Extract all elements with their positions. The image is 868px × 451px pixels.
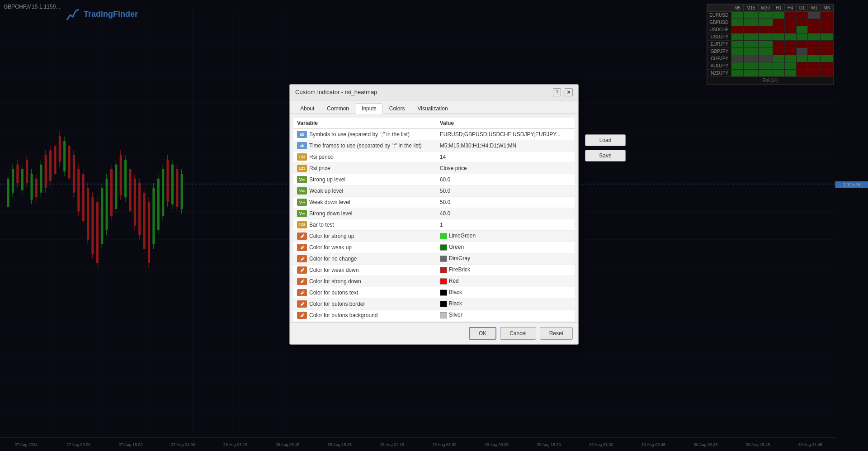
type-badge-2: 123 — [297, 153, 307, 161]
tab-visualization[interactable]: Visualization — [411, 103, 453, 114]
table-row: 🖌Color for strong upLimeGreen — [293, 230, 575, 242]
variable-label-8: Bar to test — [309, 222, 334, 228]
variable-label-0: Symbols to use (separetd by ";" in the l… — [309, 131, 410, 138]
variable-cell-1: abTime frames to use (separated by ":" i… — [293, 140, 436, 151]
type-badge-8: 123 — [297, 221, 307, 228]
dialog-tabs: About Common Inputs Colors Visualization — [290, 100, 578, 114]
help-button[interactable]: ? — [553, 88, 561, 96]
value-cell-11[interactable]: DimGray — [436, 253, 575, 264]
tab-colors[interactable]: Colors — [383, 103, 411, 114]
tab-common[interactable]: Common — [321, 103, 355, 114]
type-badge-15: 🖌 — [297, 300, 307, 308]
value-cell-2: 14 — [436, 151, 575, 162]
table-row: V∞Weak up level50.0 — [293, 185, 575, 196]
cancel-button[interactable]: Cancel — [500, 327, 536, 340]
variable-label-6: Weak down level — [309, 199, 350, 205]
type-badge-12: 🖌 — [297, 266, 307, 274]
reset-button[interactable]: Reset — [540, 327, 573, 340]
variable-label-13: Color for strong down — [309, 278, 361, 285]
value-cell-13[interactable]: Red — [436, 275, 575, 287]
color-swatch-9 — [440, 233, 447, 239]
type-badge-14: 🖌 — [297, 289, 307, 296]
variable-cell-0: abSymbols to use (separetd by ";" in the… — [293, 128, 436, 140]
type-badge-6: V∞ — [297, 199, 307, 206]
color-swatch-10 — [440, 244, 447, 251]
color-swatch-14 — [440, 290, 447, 296]
table-row: 🖌Color for strong downRed — [293, 275, 575, 287]
table-row: abTime frames to use (separated by ":" i… — [293, 140, 575, 151]
color-swatch-12 — [440, 267, 447, 273]
table-row: 🖌Color for no changeDimGray — [293, 253, 575, 264]
type-badge-3: 123 — [297, 165, 307, 172]
variable-cell-11: 🖌Color for no change — [293, 253, 436, 264]
type-badge-16: 🖌 — [297, 312, 307, 319]
variable-cell-7: V∞Strong down level — [293, 208, 436, 219]
variable-cell-12: 🖌Color for weak down — [293, 264, 436, 275]
table-row: 🖌Color for butons borderBlack — [293, 298, 575, 309]
color-swatch-11 — [440, 256, 447, 262]
save-button[interactable]: Save — [585, 150, 626, 161]
variable-label-1: Time frames to use (separated by ":" in … — [309, 142, 422, 149]
variable-cell-8: 123Bar to test — [293, 219, 436, 230]
tab-about[interactable]: About — [294, 103, 320, 114]
dialog-overlay: Custom Indicator - rsi_heatmap ? × About… — [0, 0, 868, 451]
table-row: 🖌Color for weak downFireBrick — [293, 264, 575, 275]
variable-cell-15: 🖌Color for butons border — [293, 298, 436, 309]
variable-label-15: Color for butons border — [309, 301, 365, 307]
value-cell-14[interactable]: Black — [436, 287, 575, 298]
dialog-title: Custom Indicator - rsi_heatmap — [295, 89, 377, 95]
value-cell-12[interactable]: FireBrick — [436, 264, 575, 275]
variable-cell-10: 🖌Color for weak up — [293, 242, 436, 253]
variable-cell-5: V∞Weak up level — [293, 185, 436, 196]
value-cell-15[interactable]: Black — [436, 298, 575, 309]
variable-label-14: Color for butons text — [309, 290, 358, 296]
variable-cell-13: 🖌Color for strong down — [293, 275, 436, 287]
value-cell-1: M5;M15;M30;H1;H4;D1;W1;MN — [436, 140, 575, 151]
type-badge-11: 🖌 — [297, 255, 307, 262]
type-badge-5: V∞ — [297, 187, 307, 195]
color-swatch-15 — [440, 301, 447, 307]
col-variable: Variable — [293, 118, 436, 129]
color-swatch-13 — [440, 278, 447, 285]
tab-inputs[interactable]: Inputs — [356, 103, 382, 114]
color-swatch-16 — [440, 312, 447, 318]
inputs-table: Variable Value abSymbols to use (separet… — [293, 118, 575, 322]
dialog: Custom Indicator - rsi_heatmap ? × About… — [289, 84, 579, 345]
value-cell-4: 60.0 — [436, 174, 575, 185]
variable-cell-2: 123Rsi period — [293, 151, 436, 162]
value-cell-6: 50.0 — [436, 196, 575, 208]
value-cell-9[interactable]: LimeGreen — [436, 230, 575, 242]
table-row: V∞Strong up level60.0 — [293, 174, 575, 185]
dialog-controls: ? × — [553, 88, 573, 96]
type-badge-4: V∞ — [297, 176, 307, 183]
table-row: 🖌Color for butons textBlack — [293, 287, 575, 298]
variable-cell-4: V∞Strong up level — [293, 174, 436, 185]
variable-label-16: Color for butons background — [309, 312, 377, 318]
close-button[interactable]: × — [565, 88, 573, 96]
variable-label-12: Color for weak down — [309, 267, 359, 273]
table-row: 🖌Color for weak upGreen — [293, 242, 575, 253]
value-cell-5: 50.0 — [436, 185, 575, 196]
table-row: 123Bar to test1 — [293, 219, 575, 230]
ok-button[interactable]: OK — [469, 327, 496, 340]
value-cell-16[interactable]: Silver — [436, 309, 575, 321]
load-button[interactable]: Load — [585, 134, 626, 146]
table-row: V∞Weak down level50.0 — [293, 196, 575, 208]
value-cell-3: Close price — [436, 162, 575, 174]
variable-label-3: Rsi price — [309, 165, 330, 171]
variable-label-2: Rsi period — [309, 154, 334, 160]
type-badge-1: ab — [297, 142, 307, 149]
type-badge-10: 🖌 — [297, 244, 307, 251]
variable-cell-14: 🖌Color for butons text — [293, 287, 436, 298]
variable-cell-9: 🖌Color for strong up — [293, 230, 436, 242]
value-cell-0: EURUSD;GBPUSD;USDCHF;USDJPY;EURJPY... — [436, 128, 575, 140]
side-buttons: Load Save — [585, 134, 626, 161]
type-badge-7: V∞ — [297, 210, 307, 217]
value-cell-7: 40.0 — [436, 208, 575, 219]
type-badge-13: 🖌 — [297, 278, 307, 285]
value-cell-10[interactable]: Green — [436, 242, 575, 253]
type-badge-0: ab — [297, 131, 307, 138]
variable-label-10: Color for weak up — [309, 244, 352, 251]
table-row: V∞Strong down level40.0 — [293, 208, 575, 219]
table-row: 123Rsi period14 — [293, 151, 575, 162]
